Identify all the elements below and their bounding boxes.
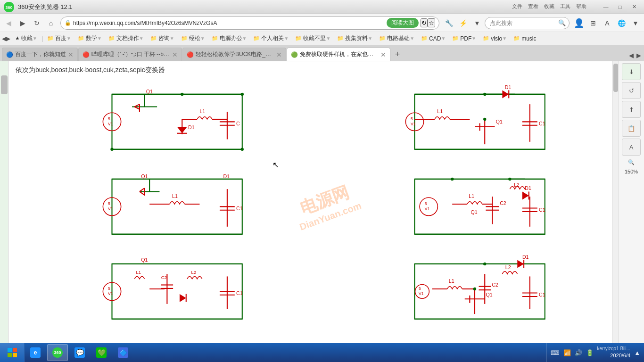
main-content: 依次为buck,boost,buck-boost,cuk,zeta,sepic变… xyxy=(0,61,618,343)
circuit-boost: L1 D1 Q1 xyxy=(318,79,611,159)
content-area: 依次为buck,boost,buck-boost,cuk,zeta,sepic变… xyxy=(0,61,644,343)
bm-math[interactable]: 📁数学▼ xyxy=(75,33,105,43)
svg-point-51 xyxy=(483,93,486,96)
scrollbar-thumb[interactable] xyxy=(613,64,618,92)
left-panel xyxy=(0,61,8,343)
tab-active[interactable]: 🟢 免费获取硬件样机，在家也能学 ✕ xyxy=(287,48,390,61)
bm-visio[interactable]: 📁visio▼ xyxy=(480,34,510,43)
tab-close-active[interactable]: ✕ xyxy=(380,51,386,58)
nav-icon-2[interactable]: A xyxy=(601,16,614,30)
svg-text:C1: C1 xyxy=(236,290,243,296)
vertical-scrollbar[interactable] xyxy=(612,61,618,343)
left-scrollbar-thumb[interactable] xyxy=(1,75,8,94)
tab-bilibili[interactable]: 🔴 哔哩哔哩（' -'）つ口 干杯~-bili... ✕ xyxy=(78,48,182,61)
sidebar-btn-1[interactable]: ⬇ xyxy=(622,63,641,80)
address-input[interactable] xyxy=(73,20,387,26)
menu-help[interactable]: 帮助 xyxy=(574,3,588,11)
taskbar-chat-icon: 💬 xyxy=(74,347,85,358)
tab-label-bili: 哔哩哔哩（' -'）つ口 干杯~-bili... xyxy=(91,50,170,58)
minimize-button[interactable]: — xyxy=(600,3,612,11)
tab-close-buck[interactable]: ✕ xyxy=(276,51,282,58)
bm-toggle[interactable]: ◀▶ xyxy=(2,35,10,42)
taskbar-app5[interactable]: 🔷 xyxy=(113,344,133,361)
tab-next-button[interactable]: ▶ xyxy=(636,51,642,60)
tray-hide-icon[interactable]: ▲ xyxy=(634,349,640,356)
dropdown-button[interactable]: ▼ xyxy=(471,16,484,30)
tab-baidu[interactable]: 🔵 百度一下，你就知道 ✕ xyxy=(2,48,78,61)
svg-text:V1: V1 xyxy=(108,291,113,296)
back-button[interactable]: ◀ xyxy=(2,16,15,30)
svg-text:L1: L1 xyxy=(437,108,443,114)
svg-text:Q1: Q1 xyxy=(471,209,477,215)
tab-label-buck: 轻轻松松教你学BUCK电路_哔哩... xyxy=(196,50,274,58)
svg-point-97 xyxy=(508,178,511,181)
svg-text:C1: C1 xyxy=(236,206,243,211)
circuit-buck-boost: Q1 D1 L1 xyxy=(16,164,309,244)
bm-personal[interactable]: 📁个人相关▼ xyxy=(250,33,291,43)
tab-prev-button[interactable]: ◀ xyxy=(628,51,635,60)
taskbar-chat[interactable]: 💬 xyxy=(70,344,90,361)
new-tab-button[interactable]: + xyxy=(391,48,404,61)
extensions-button[interactable]: 🔧 xyxy=(442,16,455,30)
forward-button[interactable]: ▶ xyxy=(16,16,29,30)
svg-text:5: 5 xyxy=(411,116,413,121)
taskbar-items: e 360 💬 💚 🔷 xyxy=(25,343,546,362)
start-button[interactable] xyxy=(0,343,25,362)
tray-network-icon[interactable]: 📶 xyxy=(563,349,571,356)
bm-easy[interactable]: 📁经松▼ xyxy=(178,33,208,43)
nav-icon-1[interactable]: ⊞ xyxy=(586,16,600,30)
tab-close-baidu[interactable]: ✕ xyxy=(68,51,74,58)
sidebar-btn-4[interactable]: 📋 xyxy=(622,120,641,137)
tab-close-bili[interactable]: ✕ xyxy=(172,51,178,58)
refresh-icon-button[interactable]: ↻ xyxy=(421,18,428,27)
sidebar-btn-5[interactable]: A xyxy=(622,139,641,156)
star-icon-button[interactable]: ☆ xyxy=(428,18,435,27)
home-button[interactable]: ⌂ xyxy=(44,16,58,30)
taskbar-wechat-icon: 💚 xyxy=(96,347,107,358)
bm-circuit[interactable]: 📁电路基础▼ xyxy=(376,33,417,43)
bm-music[interactable]: 📁music xyxy=(511,34,539,43)
close-button[interactable]: ✕ xyxy=(628,3,640,11)
menu-bookmark[interactable]: 收藏 xyxy=(542,3,556,11)
circuit-sepic-svg: L1 C2 L2 D1 xyxy=(318,164,611,244)
svg-text:V1: V1 xyxy=(108,122,113,126)
circuits-grid: Q1 L1 D1 xyxy=(16,79,611,329)
nav-icon-3[interactable]: 🌐 xyxy=(615,16,628,30)
bm-collect[interactable]: ★收藏▼ xyxy=(12,33,40,43)
bm-baidu[interactable]: 📁百度▼ xyxy=(44,33,74,43)
taskbar-ie[interactable]: e xyxy=(25,344,45,361)
bm-cad[interactable]: 📁CAD▼ xyxy=(418,34,448,43)
bm-pdf[interactable]: 📁PDF▼ xyxy=(449,34,479,43)
bm-collect2[interactable]: 📁搜集资料▼ xyxy=(334,33,375,43)
svg-line-60 xyxy=(140,188,145,191)
tray-battery-icon[interactable]: 🔋 xyxy=(586,349,594,356)
app-title: 360安全浏览器 12.1 xyxy=(18,3,510,11)
svg-text:Q1: Q1 xyxy=(486,292,492,297)
tray-keyboard-icon[interactable]: ⌨ xyxy=(551,349,560,356)
taskbar-wechat[interactable]: 💚 xyxy=(91,344,111,361)
bm-docops[interactable]: 📁文档操作▼ xyxy=(106,33,147,43)
menu-tools[interactable]: 工具 xyxy=(558,3,572,11)
bm-consult[interactable]: 📁咨询▼ xyxy=(148,33,177,43)
maximize-button[interactable]: □ xyxy=(614,3,626,11)
circuit-buck-svg: Q1 L1 D1 xyxy=(16,79,309,159)
svg-line-61 xyxy=(140,191,145,195)
bm-power[interactable]: 📁电源办公▼ xyxy=(209,33,250,43)
svg-text:L2: L2 xyxy=(513,182,519,188)
menu-view[interactable]: 查看 xyxy=(526,3,540,11)
taskbar-360[interactable]: 360 xyxy=(47,344,68,361)
tray-volume-icon[interactable]: 🔊 xyxy=(575,349,582,356)
bm-saves[interactable]: 📁收藏不里▼ xyxy=(292,33,333,43)
sidebar-btn-3[interactable]: ⬆ xyxy=(622,101,641,118)
read-mode-button[interactable]: 阅读大图 xyxy=(387,18,419,28)
refresh-button[interactable]: ↻ xyxy=(30,16,43,30)
tab-buck[interactable]: 🔴 轻轻松松教你学BUCK电路_哔哩... ✕ xyxy=(182,48,286,61)
svg-text:D1: D1 xyxy=(188,124,195,130)
lightning-button[interactable]: ⚡ xyxy=(456,16,470,30)
menu-file[interactable]: 文件 xyxy=(510,3,524,11)
svg-text:C1: C1 xyxy=(539,292,545,297)
avatar-button[interactable]: 👤 xyxy=(572,16,586,30)
nav-icon-4[interactable]: ▼ xyxy=(629,16,642,30)
sidebar-btn-2[interactable]: ↺ xyxy=(622,82,641,99)
search-input[interactable] xyxy=(485,17,570,29)
